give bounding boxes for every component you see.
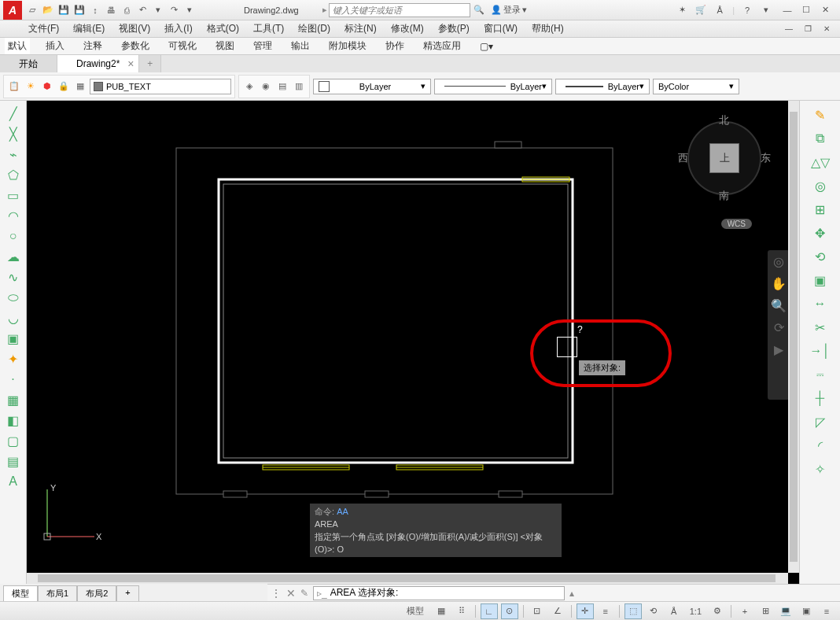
layer-prev-icon[interactable]: ▥	[292, 79, 306, 94]
region-icon[interactable]: ▢	[4, 431, 23, 450]
customize-icon[interactable]: ≡	[818, 603, 835, 619]
dyn-input-icon[interactable]: ✛	[577, 603, 594, 619]
mdi-minimize-button[interactable]: —	[780, 23, 798, 35]
chamfer-icon[interactable]: ◸	[809, 411, 832, 433]
gear-icon[interactable]: ⚙	[709, 603, 726, 619]
ribbon-tab-collab[interactable]: 协作	[382, 38, 407, 54]
explode-icon[interactable]: ✧	[809, 458, 832, 480]
navigation-bar[interactable]: ◎ ✋ 🔍 ⟳ ▶	[768, 250, 790, 400]
rotate-icon[interactable]: ⟲	[809, 245, 832, 268]
maximize-button[interactable]: ☐	[798, 4, 815, 17]
mdi-close-button[interactable]: ✕	[818, 23, 835, 35]
add-icon[interactable]: +	[736, 603, 753, 619]
close-button[interactable]: ✕	[816, 4, 834, 17]
layer-match-icon[interactable]: ▤	[275, 79, 289, 94]
cart-icon[interactable]: 🛒	[694, 4, 707, 17]
app-icon[interactable]: A	[3, 1, 22, 20]
cmdline-handle-icon[interactable]: ⋮	[271, 587, 282, 600]
save-icon[interactable]: 💾	[57, 3, 71, 17]
tab-add-layout[interactable]: +	[116, 585, 138, 601]
pline-icon[interactable]: ⌁	[4, 145, 23, 164]
ribbon-tab-output[interactable]: 输出	[288, 38, 313, 54]
ribbon-tab-expand-icon[interactable]: ▢▾	[477, 39, 496, 54]
otrack-icon[interactable]: ∠	[549, 603, 566, 619]
wcs-badge[interactable]: WCS	[721, 219, 752, 229]
tab-layout1[interactable]: 布局1	[38, 585, 77, 601]
layer-iso-icon[interactable]: ◉	[259, 79, 273, 94]
viewcube-top[interactable]: 上	[709, 143, 739, 173]
ribbon-tab-featured[interactable]: 精选应用	[420, 38, 464, 54]
new-icon[interactable]: ▱	[25, 3, 39, 17]
move-icon[interactable]: ✥	[809, 222, 832, 244]
anno-icon[interactable]: Å	[665, 603, 683, 619]
mdi-restore-button[interactable]: ❐	[799, 23, 816, 35]
layer-sun-icon[interactable]: ☀	[24, 79, 38, 94]
xline-icon[interactable]: ╳	[4, 124, 23, 143]
trim-icon[interactable]: ✂	[809, 316, 832, 338]
open-icon[interactable]: 📂	[41, 3, 55, 17]
drawing-area[interactable]: Y X 上 北 南 西 东 WCS ◎ ✋ 🔍 ⟳ ▶ ? 选择对象: 命令: …	[27, 101, 799, 584]
print-icon[interactable]: 🖶	[104, 3, 118, 17]
menu-file[interactable]: 文件(F)	[28, 22, 59, 35]
doc-tab-start[interactable]: 开始	[0, 55, 57, 72]
app-store-icon[interactable]: Å	[713, 4, 726, 17]
menu-tools[interactable]: 工具(T)	[253, 22, 284, 35]
doc-tab-add[interactable]: +	[139, 55, 161, 72]
scale-combo[interactable]: 1:1	[686, 603, 706, 619]
cmdline-close-icon[interactable]: ✕	[286, 587, 296, 600]
ribbon-tab-addin[interactable]: 附加模块	[326, 38, 370, 54]
linetype-combo[interactable]: ByLayer ▾	[434, 79, 552, 94]
menu-insert[interactable]: 插入(I)	[164, 22, 192, 35]
menu-modify[interactable]: 修改(M)	[391, 22, 424, 35]
layer-state-icon[interactable]: ◈	[242, 79, 256, 94]
ribbon-tab-default[interactable]: 默认	[5, 38, 30, 54]
layer-props-icon[interactable]: 📋	[7, 79, 21, 94]
menu-param[interactable]: 参数(P)	[438, 22, 470, 35]
viewcube-s[interactable]: 南	[719, 189, 729, 203]
redo-dd-icon[interactable]: ▾	[182, 3, 197, 17]
offset-icon[interactable]: ◎	[809, 175, 832, 197]
insert-block-icon[interactable]: ▣	[4, 329, 23, 348]
tab-model[interactable]: 模型	[3, 585, 38, 601]
command-input[interactable]: ▹_ AREA 选择对象:	[313, 586, 565, 600]
viewcube-w[interactable]: 西	[678, 151, 688, 165]
ortho-icon[interactable]: ∟	[481, 603, 498, 619]
hatch-icon[interactable]: ▦	[4, 390, 23, 409]
plot-icon[interactable]: ⎙	[120, 3, 134, 17]
search-input[interactable]	[329, 3, 470, 17]
clean-icon[interactable]: ▣	[798, 603, 815, 619]
polygon-icon[interactable]: ⬠	[4, 165, 23, 184]
layer-lock-icon[interactable]: 🔒	[57, 79, 71, 94]
viewcube-n[interactable]: 北	[719, 113, 729, 127]
sync-icon[interactable]: ↕	[88, 3, 102, 17]
cmdline-customize-icon[interactable]: ✎	[300, 588, 308, 599]
ribbon-tab-insert[interactable]: 插入	[42, 38, 68, 54]
showmotion-icon[interactable]: ▶	[771, 341, 787, 357]
rectangle-icon[interactable]: ▭	[4, 186, 23, 205]
iso-icon[interactable]: ⊞	[757, 603, 774, 619]
exchange-icon[interactable]: ✶	[676, 4, 688, 17]
menu-dim[interactable]: 标注(N)	[344, 22, 377, 35]
tab-layout2[interactable]: 布局2	[77, 585, 116, 601]
steering-wheel-icon[interactable]: ◎	[771, 253, 787, 269]
menu-draw[interactable]: 绘图(D)	[298, 22, 330, 35]
viewcube-e[interactable]: 东	[761, 151, 771, 165]
menu-window[interactable]: 窗口(W)	[484, 22, 518, 35]
arc-icon[interactable]: ◠	[4, 206, 23, 225]
doc-tab-close-icon[interactable]: ×	[127, 57, 134, 70]
erase-icon[interactable]: ✎	[809, 104, 832, 126]
hw-icon[interactable]: 💻	[777, 603, 794, 619]
help-icon[interactable]: ?	[741, 4, 753, 17]
cyc-icon[interactable]: ⟲	[645, 603, 662, 619]
color-combo[interactable]: ByLayer ▾	[313, 79, 431, 94]
status-model[interactable]: 模型	[401, 603, 429, 619]
lineweight-combo[interactable]: ByLayer ▾	[555, 79, 650, 94]
zoom-icon[interactable]: 🔍	[771, 297, 787, 313]
minimize-button[interactable]: —	[779, 4, 796, 17]
cmdline-recent-icon[interactable]: ▴	[569, 588, 574, 599]
circle-icon[interactable]: ○	[4, 227, 23, 245]
point-icon[interactable]: ·	[4, 370, 23, 389]
mtext-icon[interactable]: A	[4, 472, 23, 491]
array-icon[interactable]: ⊞	[809, 198, 832, 220]
ribbon-tab-param[interactable]: 参数化	[118, 38, 153, 54]
